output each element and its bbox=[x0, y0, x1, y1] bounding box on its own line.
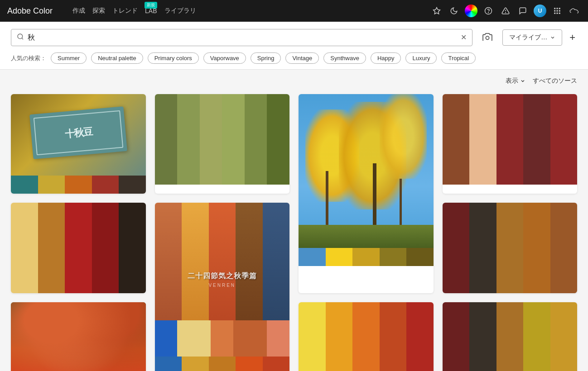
header-icons: U bbox=[430, 5, 581, 17]
lab-badge: 新規 bbox=[145, 2, 157, 9]
card-3-swatches bbox=[299, 248, 434, 266]
palette-card-1[interactable]: 十秋豆 bbox=[11, 94, 146, 194]
star-icon[interactable] bbox=[430, 5, 443, 17]
card-9-palette bbox=[299, 302, 434, 371]
user-avatar[interactable]: U bbox=[534, 5, 546, 17]
main-nav: 作成 探索 トレンド 新規 LAB ライブラリ bbox=[70, 5, 198, 17]
card-5-palette bbox=[11, 203, 146, 293]
svg-rect-8 bbox=[554, 10, 555, 12]
palette-card-3[interactable] bbox=[299, 94, 434, 293]
filter-row: 表示 すべてのソース bbox=[11, 77, 577, 85]
nav-trend[interactable]: トレンド bbox=[110, 5, 140, 17]
tag-vaporwave[interactable]: Vaporwave bbox=[203, 52, 246, 64]
svg-rect-6 bbox=[557, 8, 558, 9]
palette-card-2[interactable] bbox=[155, 94, 290, 194]
card-1-swatches bbox=[11, 176, 146, 194]
palette-card-5[interactable] bbox=[11, 203, 146, 293]
svg-rect-10 bbox=[559, 10, 560, 12]
card-6-swatches bbox=[155, 357, 290, 371]
popular-search-row: 人気の検索： Summer Neutral palette Primary co… bbox=[11, 52, 577, 64]
palette-grid: 十秋豆 bbox=[11, 94, 577, 371]
palette-card-10[interactable] bbox=[443, 302, 578, 371]
tag-luxury[interactable]: Luxury bbox=[405, 52, 437, 64]
nav-lab[interactable]: 新規 LAB bbox=[142, 5, 159, 16]
card-2-palette bbox=[155, 94, 290, 185]
creative-cloud-icon[interactable] bbox=[568, 5, 581, 17]
svg-rect-7 bbox=[559, 8, 560, 9]
card-7-palette bbox=[443, 203, 578, 293]
svg-rect-12 bbox=[557, 13, 558, 14]
tag-tropical[interactable]: Tropical bbox=[441, 52, 476, 64]
tag-spring[interactable]: Spring bbox=[251, 52, 281, 64]
tag-summer[interactable]: Summer bbox=[51, 52, 87, 64]
svg-point-14 bbox=[18, 34, 23, 39]
tag-neutral-palette[interactable]: Neutral palette bbox=[91, 52, 143, 64]
search-input[interactable] bbox=[28, 33, 457, 42]
palette-card-4[interactable] bbox=[443, 94, 578, 194]
svg-rect-13 bbox=[559, 13, 560, 14]
nav-create[interactable]: 作成 bbox=[70, 5, 88, 17]
svg-rect-5 bbox=[554, 8, 555, 9]
palette-card-7[interactable] bbox=[443, 203, 578, 293]
color-wheel-icon[interactable] bbox=[465, 5, 477, 17]
chat-icon[interactable] bbox=[516, 5, 529, 17]
palette-card-8[interactable] bbox=[11, 302, 146, 371]
help-icon[interactable] bbox=[482, 5, 495, 17]
search-box: ✕ bbox=[11, 29, 472, 46]
add-palette-button[interactable]: + bbox=[568, 32, 577, 43]
svg-point-16 bbox=[486, 36, 489, 39]
moon-icon[interactable] bbox=[448, 5, 460, 17]
search-icon bbox=[17, 33, 24, 42]
svg-marker-0 bbox=[434, 8, 440, 14]
svg-line-15 bbox=[22, 38, 23, 39]
tag-primary-colors[interactable]: Primary colors bbox=[148, 52, 199, 64]
popular-label: 人気の検索： bbox=[11, 54, 46, 62]
tag-vintage[interactable]: Vintage bbox=[285, 52, 319, 64]
clear-search-icon[interactable]: ✕ bbox=[461, 34, 467, 41]
search-area: ✕ マイライブ… + 人気の検索： Summer Neutral palette… bbox=[0, 22, 588, 70]
library-dropdown[interactable]: マイライブ… bbox=[502, 29, 562, 46]
tag-happy[interactable]: Happy bbox=[371, 52, 401, 64]
app-title: Adobe Color bbox=[7, 6, 53, 16]
main-content: 表示 すべてのソース 十秋豆 bbox=[0, 70, 588, 371]
search-row: ✕ マイライブ… + bbox=[11, 29, 577, 46]
display-filter-button[interactable]: 表示 bbox=[506, 77, 525, 85]
card-4-palette bbox=[443, 94, 578, 185]
svg-rect-11 bbox=[554, 13, 555, 14]
app-header: Adobe Color 作成 探索 トレンド 新規 LAB ライブラリ bbox=[0, 0, 588, 22]
palette-card-6[interactable]: 二十四節気之秋季篇 VENREN bbox=[155, 203, 290, 371]
source-filter-label: すべてのソース bbox=[533, 77, 577, 85]
tag-synthwave[interactable]: Synthwave bbox=[323, 52, 366, 64]
nav-library[interactable]: ライブラリ bbox=[162, 5, 199, 17]
apps-grid-icon[interactable] bbox=[551, 5, 564, 17]
svg-rect-9 bbox=[557, 10, 558, 12]
palette-card-9[interactable] bbox=[299, 302, 434, 371]
camera-search-button[interactable] bbox=[478, 30, 497, 46]
nav-explore[interactable]: 探索 bbox=[90, 5, 108, 17]
card-10-palette bbox=[443, 302, 578, 371]
alert-icon[interactable] bbox=[499, 5, 512, 17]
